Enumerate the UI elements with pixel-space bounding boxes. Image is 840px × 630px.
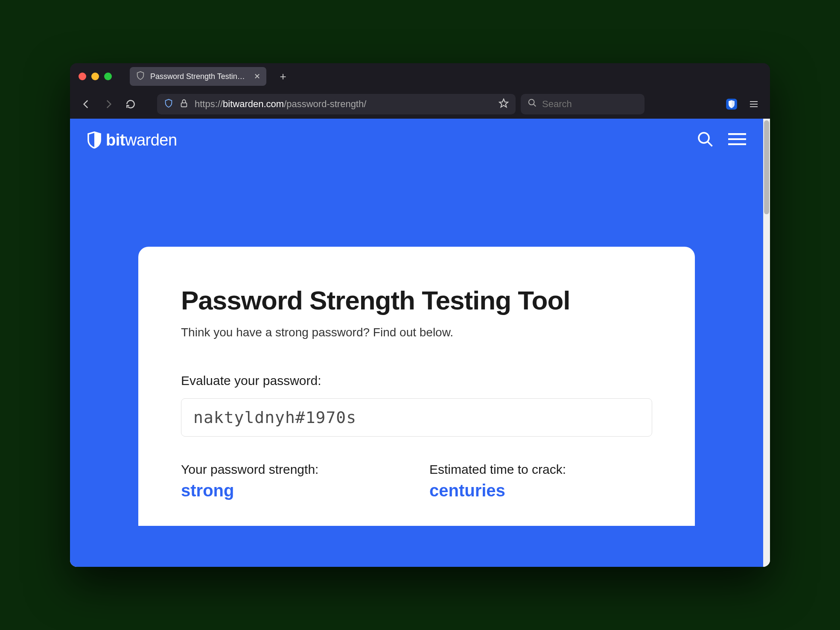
crack-column: Estimated time to crack: centuries (429, 462, 652, 500)
window-close-button[interactable] (79, 73, 86, 80)
svg-point-8 (699, 133, 709, 143)
svg-rect-0 (181, 103, 187, 107)
url-domain: bitwarden.com (223, 99, 284, 109)
main-card: Password Strength Testing Tool Think you… (138, 247, 695, 526)
back-button[interactable] (78, 96, 95, 113)
svg-marker-1 (499, 99, 508, 107)
strength-value: strong (181, 481, 404, 500)
window-minimize-button[interactable] (91, 73, 99, 80)
results-row: Your password strength: strong Estimated… (181, 462, 652, 500)
browser-menu-icon[interactable] (745, 96, 762, 113)
scrollbar[interactable] (763, 119, 770, 567)
crack-label: Estimated time to crack: (429, 462, 652, 477)
site-header: bitwarden (70, 119, 763, 161)
search-icon (528, 98, 537, 110)
toolbar: https://bitwarden.com/password-strength/ (70, 90, 770, 119)
page-content: bitwarden Password Strength Testing Tool… (70, 119, 763, 567)
window-maximize-button[interactable] (104, 73, 112, 80)
new-tab-button[interactable]: + (275, 68, 291, 85)
url-text: https://bitwarden.com/password-strength/ (195, 99, 493, 110)
lock-icon (179, 99, 189, 110)
browser-window: Password Strength Testing Tool ✕ + https… (70, 63, 770, 567)
shield-logo-icon (87, 131, 102, 149)
search-input[interactable] (542, 99, 638, 110)
svg-line-9 (708, 142, 712, 146)
page-subtitle: Think you have a strong password? Find o… (181, 326, 652, 339)
svg-line-3 (534, 104, 536, 106)
traffic-lights (79, 73, 112, 80)
shield-outline-icon (164, 99, 173, 110)
viewport: bitwarden Password Strength Testing Tool… (70, 119, 770, 567)
reload-button[interactable] (122, 96, 139, 113)
brand-text: bitwarden (106, 131, 177, 149)
tab-close-icon[interactable]: ✕ (254, 72, 260, 81)
strength-label: Your password strength: (181, 462, 404, 477)
url-bar[interactable]: https://bitwarden.com/password-strength/ (157, 94, 516, 114)
url-protocol: https:// (195, 99, 223, 109)
tab-title: Password Strength Testing Tool (150, 72, 249, 81)
url-path: /password-strength/ (284, 99, 366, 109)
bookmark-star-icon[interactable] (499, 98, 509, 110)
search-bar[interactable] (521, 94, 645, 114)
password-input[interactable] (181, 398, 652, 437)
forward-button[interactable] (100, 96, 117, 113)
svg-point-2 (529, 99, 534, 105)
header-actions (697, 131, 746, 149)
titlebar: Password Strength Testing Tool ✕ + (70, 63, 770, 90)
page-title: Password Strength Testing Tool (181, 285, 652, 315)
crack-value: centuries (429, 481, 652, 500)
browser-tab[interactable]: Password Strength Testing Tool ✕ (130, 67, 266, 86)
site-search-icon[interactable] (697, 131, 713, 149)
brand-logo[interactable]: bitwarden (87, 131, 177, 149)
scrollbar-thumb[interactable] (764, 120, 769, 214)
evaluate-label: Evaluate your password: (181, 373, 652, 388)
site-menu-icon[interactable] (728, 132, 746, 148)
shield-icon (136, 71, 145, 82)
strength-column: Your password strength: strong (181, 462, 404, 500)
bitwarden-extension-icon[interactable] (723, 96, 740, 113)
